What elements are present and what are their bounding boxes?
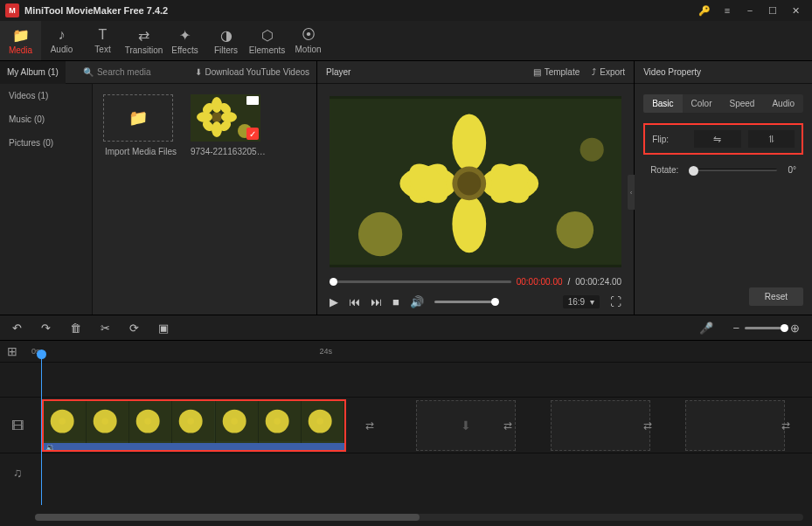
video-clip[interactable]: 🔉 [42, 399, 346, 452]
menu-icon[interactable]: ≡ [716, 0, 739, 21]
zoom-out-button[interactable]: − [732, 322, 739, 335]
flip-horizontal-button[interactable]: ⇋ [694, 130, 740, 148]
svg-point-5 [221, 112, 237, 122]
video-track[interactable]: 🎞 🔉 ⇄ ⬇ ⇄ ⇄ ⇄ [0, 397, 812, 453]
svg-point-4 [197, 112, 212, 122]
text-icon: T [99, 27, 108, 43]
template-button[interactable]: ▤Template [533, 67, 580, 77]
flip-vertical-button[interactable]: ⥮ [748, 130, 795, 148]
zoom-slider[interactable] [745, 327, 785, 329]
add-track-button[interactable]: ⊞ [7, 344, 17, 358]
tab-effects[interactable]: ✦Effects [164, 21, 205, 60]
video-preview[interactable] [330, 96, 621, 267]
effects-icon: ✦ [179, 27, 191, 44]
fullscreen-button[interactable]: ⛶ [610, 295, 621, 308]
download-icon: ⬇ [195, 67, 202, 77]
transition-slot-button[interactable]: ⇄ [498, 416, 517, 435]
tab-filters[interactable]: ◑Filters [205, 21, 246, 60]
delete-button[interactable]: 🗑 [70, 322, 81, 335]
zoom-in-button[interactable]: ⊕ [790, 322, 800, 335]
prop-tab-audio[interactable]: Audio [763, 94, 803, 113]
property-title: Video Property [643, 67, 701, 77]
timeline-toolbar: ↶ ↷ 🗑 ✂ ⟳ ▣ 🎤 − ⊕ [0, 315, 812, 341]
play-button[interactable]: ▶ [330, 295, 338, 308]
empty-clip-slot[interactable] [551, 400, 650, 451]
note-icon: ♪ [59, 27, 66, 43]
flip-label: Flip: [652, 135, 687, 144]
tab-audio[interactable]: ♪Audio [41, 21, 82, 60]
volume-icon[interactable]: 🔊 [410, 295, 424, 308]
transition-slot-button[interactable]: ⇄ [638, 416, 657, 435]
tab-text[interactable]: TText [82, 21, 123, 60]
window-close-icon[interactable]: ✕ [784, 0, 807, 21]
export-button[interactable]: ⤴Export [592, 67, 625, 77]
rotate-slider[interactable] [689, 169, 777, 171]
svg-point-40 [222, 409, 246, 433]
upload-icon: ⤴ [592, 67, 596, 77]
elements-icon: ⬡ [261, 27, 274, 44]
overlay-track[interactable] [0, 362, 812, 397]
voiceover-button[interactable]: 🎤 [699, 322, 713, 335]
timeline: ⊞ 0s 24s 🎞 🔉 ⇄ ⬇ ⇄ [0, 341, 812, 526]
category-pictures[interactable]: Pictures (0) [0, 131, 92, 155]
next-frame-button[interactable]: ⏭ [371, 295, 382, 308]
svg-point-37 [179, 409, 203, 433]
redo-button[interactable]: ↷ [41, 322, 51, 335]
volume-slider[interactable] [434, 301, 496, 303]
audio-track[interactable]: ♫ [0, 453, 812, 491]
seek-slider[interactable] [330, 280, 511, 283]
filters-icon: ◑ [220, 27, 232, 44]
license-key-icon[interactable]: 🔑 [693, 0, 716, 21]
collapse-panel-button[interactable]: ‹ [628, 175, 635, 210]
transition-slot-button[interactable]: ⇄ [776, 416, 795, 435]
svg-point-34 [136, 409, 160, 433]
undo-button[interactable]: ↶ [12, 322, 22, 335]
prop-tab-basic[interactable]: Basic [643, 94, 682, 113]
tab-transition[interactable]: ⇄Transition [123, 21, 164, 60]
media-clip-item[interactable]: ✓ 9734-221163205_s... [191, 94, 266, 156]
property-panel: ‹ Video Property Basic Color Speed Audio… [635, 61, 812, 315]
property-tabs: Basic Color Speed Audio [643, 94, 803, 113]
rotate-button[interactable]: ⟳ [129, 322, 139, 335]
album-selector[interactable]: My Album (1) [0, 61, 66, 84]
prop-tab-color[interactable]: Color [683, 94, 721, 113]
svg-point-1 [212, 112, 222, 122]
split-button[interactable]: ✂ [101, 322, 110, 335]
window-minimize-icon[interactable]: − [739, 0, 761, 21]
timeline-scrollbar[interactable] [35, 514, 803, 521]
category-music[interactable]: Music (0) [0, 107, 92, 131]
tab-elements[interactable]: ⬡Elements [246, 21, 288, 60]
aspect-ratio-select[interactable]: 16:9▾ [563, 295, 600, 308]
player-title: Player [326, 67, 350, 77]
folder-icon: 📁 [12, 27, 30, 44]
transition-slot-button[interactable]: ⇄ [360, 416, 379, 435]
video-badge-icon [246, 96, 259, 105]
media-categories: Videos (1) Music (0) Pictures (0) [0, 84, 93, 315]
svg-point-15 [580, 138, 604, 162]
stop-button[interactable]: ■ [392, 295, 399, 308]
prop-tab-speed[interactable]: Speed [720, 94, 763, 113]
svg-point-13 [358, 212, 402, 256]
crop-button[interactable]: ▣ [158, 322, 169, 335]
player-panel: Player ▤Template ⤴Export [317, 61, 635, 315]
svg-point-46 [309, 409, 332, 433]
reset-button[interactable]: Reset [749, 287, 803, 306]
prev-frame-button[interactable]: ⏮ [349, 295, 360, 308]
tab-motion[interactable]: ⦿Motion [288, 21, 329, 60]
flip-controls: Flip: ⇋ ⥮ [643, 123, 803, 155]
check-icon: ✓ [246, 128, 259, 140]
tab-media[interactable]: 📁Media [0, 21, 41, 60]
window-maximize-icon[interactable]: ☐ [761, 0, 784, 21]
empty-clip-slot[interactable] [685, 400, 785, 451]
search-media-input[interactable]: 🔍Search media [83, 67, 151, 77]
svg-point-17 [452, 195, 486, 253]
rotate-label: Rotate: [650, 165, 678, 175]
app-logo-icon: M [5, 3, 19, 17]
title-bar: M MiniTool MovieMaker Free 7.4.2 🔑 ≡ − ☐… [0, 0, 812, 21]
transition-icon: ⇄ [138, 27, 149, 44]
film-icon: 🎞 [11, 419, 24, 433]
category-videos[interactable]: Videos (1) [0, 84, 92, 107]
rotate-value: 0° [788, 165, 796, 175]
import-media-button[interactable]: 📁 Import Media Files [103, 94, 178, 156]
download-youtube-button[interactable]: ⬇Download YouTube Videos [195, 67, 310, 77]
